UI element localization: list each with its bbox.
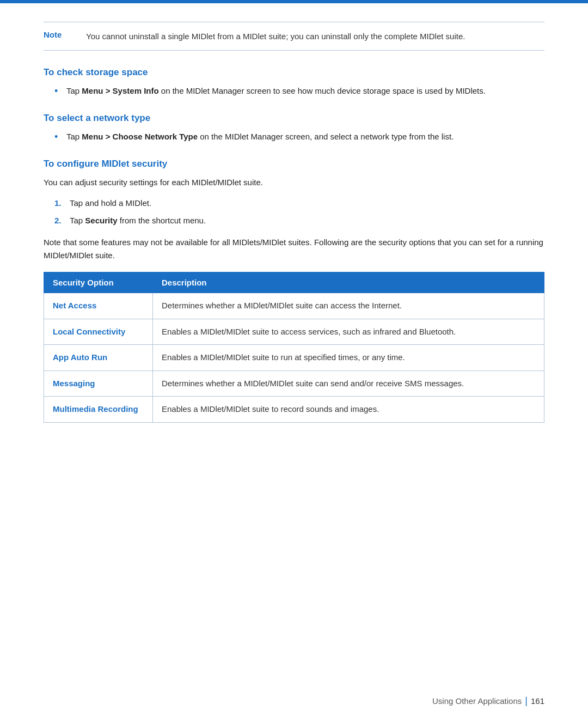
bullet-list-check-storage: Tap Menu > System Info on the MIDlet Man… [44,84,544,98]
bullet-list-select-network: Tap Menu > Choose Network Type on the MI… [44,130,544,143]
table-cell-description: Determines whether a MIDlet/MIDlet suite… [153,293,544,319]
page-container: Note You cannot uninstall a single MIDle… [0,0,588,723]
note-label: Note [44,30,76,39]
table-header-description: Description [153,272,544,293]
note-box: Note You cannot uninstall a single MIDle… [44,22,544,51]
footer-page-number: 161 [531,696,544,706]
page-footer: Using Other Applications | 161 [432,695,544,707]
note-text: You cannot uninstall a single MIDlet fro… [86,30,465,42]
table-row: Multimedia Recording Enables a MIDlet/MI… [44,397,544,423]
table-row: Messaging Determines whether a MIDlet/MI… [44,370,544,397]
heading-select-network: To select a network type [44,113,544,124]
security-intro: You can adjust security settings for eac… [44,176,544,189]
list-item: Tap Menu > System Info on the MIDlet Man… [54,84,544,98]
heading-configure-security: To configure MIDlet security [44,159,544,169]
list-item: 1. Tap and hold a MIDlet. [54,197,544,210]
list-item: Tap Menu > Choose Network Type on the MI… [54,130,544,143]
table-cell-option: Messaging [44,370,153,397]
table-row: App Auto Run Enables a MIDlet/MIDlet sui… [44,345,544,371]
table-header-option: Security Option [44,272,153,293]
table-cell-option: Net Access [44,293,153,319]
table-cell-description: Determines whether a MIDlet/MIDlet suite… [153,370,544,397]
table-cell-option: App Auto Run [44,345,153,371]
table-row: Local Connectivity Enables a MIDlet/MIDl… [44,319,544,345]
footer-text: Using Other Applications [432,696,522,706]
heading-check-storage: To check storage space [44,67,544,78]
top-bar-decoration [0,0,588,3]
table-cell-description: Enables a MIDlet/MIDlet suite to access … [153,319,544,345]
list-item: 2. Tap Security from the shortcut menu. [54,214,544,227]
footer-separator: | [525,695,528,707]
table-cell-description: Enables a MIDlet/MIDlet suite to run at … [153,345,544,371]
security-body: Note that some features may not be avail… [44,236,544,262]
security-table: Security Option Description Net Access D… [44,272,544,423]
table-cell-option: Local Connectivity [44,319,153,345]
security-steps-list: 1. Tap and hold a MIDlet. 2. Tap Securit… [44,197,544,227]
table-cell-description: Enables a MIDlet/MIDlet suite to record … [153,397,544,423]
table-cell-option: Multimedia Recording [44,397,153,423]
table-row: Net Access Determines whether a MIDlet/M… [44,293,544,319]
